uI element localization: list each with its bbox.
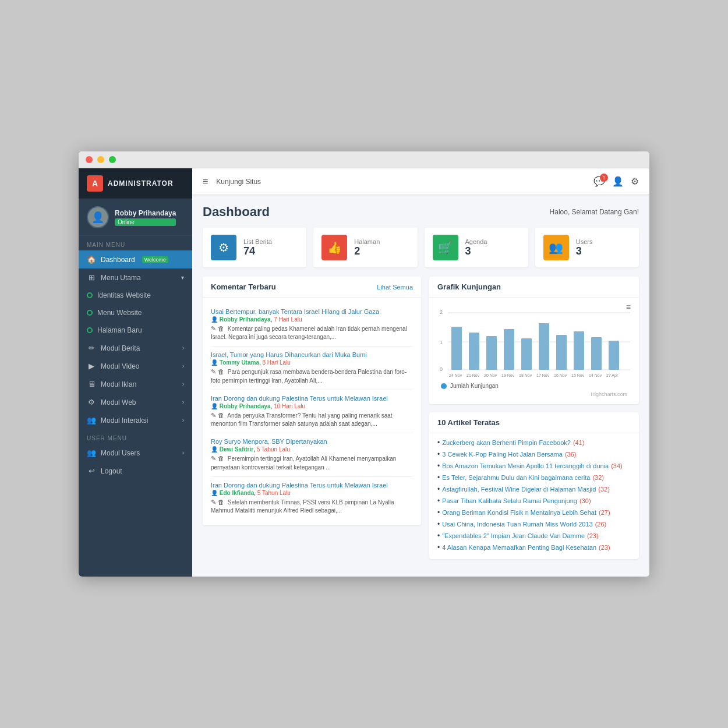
- comment-author: 👤 Tommy Utama, 8 Hari Lalu: [211, 359, 413, 366]
- svg-text:16 Nov: 16 Nov: [554, 373, 567, 377]
- sidebar-item-modul-web[interactable]: ⚙ Modul Web ›: [79, 393, 192, 411]
- sidebar-item-menu-website-label: Menu Website: [97, 309, 142, 317]
- halaman-icon: 👍: [321, 235, 347, 260]
- article-link[interactable]: Bos Amazon Temukan Mesin Apollo 11 terca…: [442, 462, 609, 469]
- avatar: 👤: [87, 206, 109, 228]
- settings-icon[interactable]: ⚙: [631, 176, 639, 187]
- comment-author: 👤 Dewi Safitrir, 5 Tahun Lalu: [211, 446, 413, 453]
- comments-panel: Komentar Terbaru Lihat Semua Usai Bertem…: [203, 277, 421, 525]
- article-link[interactable]: 4 Alasan Kenapa Memaafkan Penting Bagi K…: [442, 544, 596, 551]
- user-menu-label: USER MENU: [79, 429, 192, 444]
- svg-rect-13: [574, 331, 584, 370]
- list-item: • Pasar Tiban Kalibata Selalu Ramai Peng…: [437, 495, 631, 507]
- close-dot[interactable]: [86, 156, 93, 163]
- comment-title[interactable]: Roy Suryo Menpora, SBY Dipertanyakan: [211, 438, 413, 445]
- chevron-down-icon: ▾: [181, 274, 184, 281]
- article-link[interactable]: Zuckerberg akan Berhenti Pimpin Facebook…: [442, 439, 571, 446]
- article-link[interactable]: 3 Cewek K-Pop Paling Hot Jalan Bersama: [442, 451, 563, 458]
- comment-title[interactable]: Usai Bertempur, banyak Tentara Israel Hi…: [211, 308, 413, 315]
- sidebar-item-modul-web-label: Modul Web: [101, 398, 136, 407]
- comments-panel-title: Komentar Terbaru: [211, 282, 276, 291]
- svg-text:27 Apr: 27 Apr: [606, 373, 619, 378]
- logout-icon: ↩: [87, 467, 96, 475]
- sidebar-item-dashboard[interactable]: 🏠 Dashboard Welcome: [79, 250, 192, 268]
- lihat-semua-link[interactable]: Lihat Semua: [377, 284, 413, 291]
- sidebar: A ADMINISTRATOR 👤 Robby Prihandaya Onlin…: [79, 168, 192, 577]
- stat-card-agenda[interactable]: 🛒 Agenda 3: [425, 228, 528, 267]
- sidebar-item-modul-berita-label: Modul Berita: [101, 344, 140, 352]
- article-count: (34): [611, 462, 623, 469]
- sidebar-item-modul-video[interactable]: ▶ Modul Video ›: [79, 357, 192, 375]
- article-link[interactable]: Orang Beriman Kondisi Fisik n MentaInya …: [442, 509, 596, 516]
- sidebar-item-modul-users[interactable]: 👥 Modul Users ›: [79, 444, 192, 462]
- user-info: Robby Prihandaya Online: [115, 209, 176, 226]
- sidebar-item-menu-website[interactable]: Menu Website: [79, 304, 192, 321]
- dashboard-icon: 🏠: [87, 255, 96, 264]
- bullet-icon: •: [437, 508, 440, 517]
- list-item: • 3 Cewek K-Pop Paling Hot Jalan Bersama…: [437, 448, 631, 460]
- chart-legend: Jumlah Kunjungan: [435, 380, 633, 391]
- sidebar-item-menu-utama[interactable]: ⊞ Menu Utama ▾: [79, 268, 192, 287]
- edit-icon: ✎ 🗑: [211, 368, 224, 375]
- article-link[interactable]: Astagfirullah, Festival Wine Digelar di …: [442, 486, 596, 493]
- list-item: • Orang Beriman Kondisi Fisik n MentaIny…: [437, 507, 631, 518]
- article-link[interactable]: Pasar Tiban Kalibata Selalu Ramai Pengun…: [442, 497, 577, 504]
- article-link[interactable]: Es Teler, Sejarahmu Dulu dan Kini bagaim…: [442, 474, 590, 481]
- legend-dot: [441, 383, 447, 389]
- comment-text: ✎ 🗑 Para pengunjuk rasa membawa bendera-…: [211, 367, 413, 384]
- svg-text:14 Nov: 14 Nov: [589, 373, 602, 377]
- stat-value-users: 3: [576, 245, 593, 257]
- chart-container: ≡ 2 1 0: [429, 298, 639, 404]
- site-link[interactable]: Kunjungi Situs: [216, 178, 261, 186]
- comment-author: 👤 Robby Prihandaya, 10 Hari Lalu: [211, 403, 413, 409]
- stat-card-list-berita[interactable]: ⚙ List Berita 74: [203, 228, 306, 267]
- sidebar-item-modul-video-label: Modul Video: [101, 362, 140, 370]
- sidebar-title: ADMINISTRATOR: [108, 179, 174, 188]
- sidebar-item-halaman-baru[interactable]: Halaman Baru: [79, 321, 192, 339]
- chevron-right-icon: ›: [182, 363, 184, 369]
- bullet-icon: •: [437, 532, 440, 540]
- notification-icon[interactable]: 💬 1: [593, 176, 605, 187]
- comment-title[interactable]: Iran Dorong dan dukung Palestina Terus u…: [211, 395, 413, 402]
- articles-panel: 10 Artikel Teratas • Zuckerberg akan Ber…: [429, 412, 639, 559]
- comments-column: Komentar Terbaru Lihat Semua Usai Bertem…: [203, 277, 421, 567]
- minimize-dot[interactable]: [97, 156, 104, 163]
- sidebar-item-identitas[interactable]: Identitas Website: [79, 287, 192, 304]
- sidebar-logo-icon: A: [87, 175, 103, 192]
- browser-window: A ADMINISTRATOR 👤 Robby Prihandaya Onlin…: [79, 151, 649, 577]
- article-count: (41): [573, 439, 585, 446]
- sidebar-item-modul-interaksi[interactable]: 👥 Modul Interaksi ›: [79, 411, 192, 429]
- hamburger-icon[interactable]: ≡: [203, 176, 208, 187]
- chart-menu-icon[interactable]: ≡: [626, 302, 631, 312]
- author-name: Dewi Safitrir: [220, 446, 253, 453]
- comment-title[interactable]: Iran Dorong dan dukung Palestina Terus u…: [211, 482, 413, 489]
- stat-label-halaman: Halaman: [354, 238, 380, 245]
- stat-card-users[interactable]: 👥 Users 3: [535, 228, 639, 267]
- article-link[interactable]: "Expendables 2" Impian Jean Claude Van D…: [442, 532, 585, 539]
- comment-title[interactable]: Israel, Tumor yang Harus Dihancurkan dar…: [211, 351, 413, 358]
- sidebar-item-modul-berita[interactable]: ✏ Modul Berita ›: [79, 339, 192, 357]
- edit-icon: ✎ 🗑: [211, 455, 224, 462]
- stat-value-agenda: 3: [465, 245, 487, 257]
- bullet-icon: •: [437, 473, 440, 482]
- welcome-text: Haloo, Selamat Datang Gan!: [550, 208, 639, 216]
- comment-text: ✎ 🗑 Peremimpin tertinggi Iran, Ayatollah…: [211, 454, 413, 471]
- page-header: Dashboard Haloo, Selamat Datang Gan!: [203, 204, 639, 220]
- chevron-right-icon: ›: [182, 381, 184, 387]
- svg-text:0: 0: [440, 366, 443, 372]
- comment-item: Iran Dorong dan dukung Palestina Terus u…: [211, 390, 413, 433]
- svg-text:17 Nov: 17 Nov: [536, 373, 550, 377]
- article-link[interactable]: Usai China, Indonesia Tuan Rumah Miss Wo…: [442, 521, 592, 528]
- sidebar-item-logout[interactable]: ↩ Logout: [79, 462, 192, 480]
- users-icon: 👥: [87, 416, 96, 425]
- page-title: Dashboard: [203, 204, 270, 220]
- sidebar-item-modul-iklan[interactable]: 🖥 Modul Iklan ›: [79, 375, 192, 393]
- stat-card-halaman[interactable]: 👍 Halaman 2: [313, 228, 417, 267]
- articles-panel-title: 10 Artikel Teratas: [437, 418, 500, 427]
- stat-info-agenda: Agenda 3: [465, 238, 487, 257]
- notification-badge: 1: [600, 174, 608, 182]
- svg-text:19 Nov: 19 Nov: [501, 373, 515, 377]
- maximize-dot[interactable]: [109, 156, 116, 163]
- list-item: • Usai China, Indonesia Tuan Rumah Miss …: [437, 518, 631, 530]
- user-icon[interactable]: 👤: [612, 176, 624, 187]
